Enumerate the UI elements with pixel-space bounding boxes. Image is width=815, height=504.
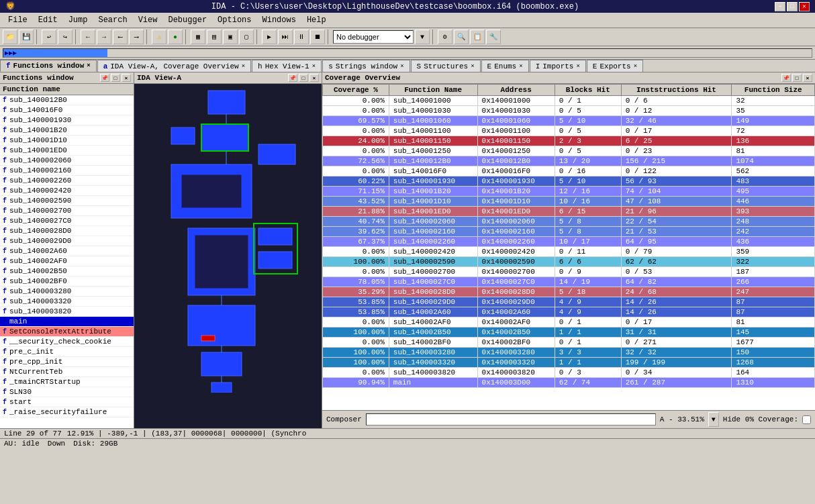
- func-list-item[interactable]: fpre_c_init: [0, 347, 134, 357]
- func-list-item[interactable]: fsub_14000027C0: [0, 216, 134, 226]
- func-list-item[interactable]: fsub_140002B50: [0, 266, 134, 276]
- table-row[interactable]: 53.85%sub_14000029D00x14000029D04 / 914 …: [323, 297, 815, 307]
- func-list-item[interactable]: fpre_cpp_init: [0, 357, 134, 367]
- func-list-item[interactable]: fsub_1400012B0: [0, 95, 134, 105]
- tb-save[interactable]: 💾: [19, 30, 34, 44]
- func-list-item[interactable]: fmain: [0, 317, 134, 327]
- table-row[interactable]: 0.00%sub_1400010000x1400010000 / 10 / 63…: [323, 96, 815, 106]
- tb-debug-dropdown[interactable]: ▼: [415, 30, 430, 44]
- table-row[interactable]: 0.00%sub_14000024200x14000024200 / 110 /…: [323, 247, 815, 257]
- func-list-item[interactable]: f_raise_securityfailure: [0, 407, 134, 417]
- tb-warning[interactable]: ⚠: [152, 30, 166, 44]
- table-row[interactable]: 90.94%main0x140003D0062 / 74261 / 287131…: [323, 378, 815, 388]
- func-list-item[interactable]: fNtCurrentTeb: [0, 367, 134, 377]
- func-list-item[interactable]: fsub_140016F0: [0, 105, 134, 115]
- tb-b4[interactable]: ▢: [239, 30, 254, 44]
- menu-windows[interactable]: Windows: [257, 14, 301, 26]
- func-list-item[interactable]: fsub_1400003280: [0, 287, 134, 297]
- tab-close-imports[interactable]: ×: [576, 63, 579, 70]
- menu-edit[interactable]: Edit: [33, 14, 63, 26]
- coverage-table-container[interactable]: Coverage % Function Name Address Blocks …: [322, 84, 815, 410]
- func-list-item[interactable]: fsub_1400001930: [0, 115, 134, 125]
- table-row[interactable]: 35.29%sub_14000028D00x14000028D05 / 1824…: [323, 287, 815, 297]
- tb-back[interactable]: ←: [81, 30, 95, 44]
- tab-imports[interactable]: I Imports ×: [530, 60, 586, 72]
- tab-functions-window[interactable]: f Functions window ×: [0, 60, 97, 72]
- coverage-dropdown[interactable]: ▼: [708, 412, 719, 427]
- table-row[interactable]: 0.00%sub_1400011000x1400011000 / 50 / 17…: [323, 126, 815, 136]
- tb-pause[interactable]: ⏸: [294, 30, 309, 44]
- tb-b1[interactable]: ▦: [191, 30, 205, 44]
- func-list-item[interactable]: fsub_140001ED0: [0, 146, 134, 156]
- col-function-size[interactable]: Function Size: [732, 85, 815, 96]
- table-row[interactable]: 0.00%sub_14000027000x14000027000 / 90 / …: [323, 267, 815, 277]
- table-row[interactable]: 0.00%sub_140002BF00x140002BF00 / 10 / 27…: [323, 338, 815, 348]
- tb-open[interactable]: 📁: [3, 30, 17, 44]
- table-row[interactable]: 67.37%sub_14000022600x140000226010 / 176…: [323, 237, 815, 247]
- menu-options[interactable]: Options: [212, 14, 256, 26]
- table-row[interactable]: 100.00%sub_140002B500x140002B501 / 131 /…: [323, 327, 815, 338]
- func-list-item[interactable]: fsub_14000029D0: [0, 236, 134, 246]
- table-row[interactable]: 0.00%sub_1400012500x1400012500 / 50 / 23…: [323, 146, 815, 156]
- col-function-name[interactable]: Function Name: [389, 85, 477, 96]
- table-row[interactable]: 100.00%sub_14000025900x14000025906 / 662…: [323, 257, 815, 267]
- menu-help[interactable]: Help: [301, 14, 332, 26]
- menu-search[interactable]: Search: [93, 14, 132, 26]
- coverage-float[interactable]: □: [792, 74, 802, 82]
- func-list-item[interactable]: fsub_1400002590: [0, 196, 134, 206]
- tb-run[interactable]: ●: [168, 30, 183, 44]
- menu-debugger[interactable]: Debugger: [162, 14, 212, 26]
- table-row[interactable]: 40.74%sub_14000020600x14000020605 / 822 …: [323, 217, 815, 227]
- func-list-item[interactable]: fsub_1400003820: [0, 307, 134, 317]
- coverage-close[interactable]: ×: [803, 74, 812, 82]
- tab-hex[interactable]: h Hex View-1 ×: [252, 60, 322, 72]
- col-address[interactable]: Address: [477, 85, 555, 96]
- func-list-item[interactable]: fsub_1400003320: [0, 297, 134, 307]
- functions-close[interactable]: ×: [122, 74, 131, 82]
- tb-redo[interactable]: ↪: [58, 30, 73, 44]
- col-instructions-hit[interactable]: Inststructions Hit: [621, 85, 732, 96]
- table-row[interactable]: 60.22%sub_14000019300x14000019305 / 1056…: [323, 177, 815, 187]
- tab-close-functions[interactable]: ×: [87, 62, 90, 69]
- table-row[interactable]: 0.00%sub_14000038200x14000038200 / 30 / …: [323, 368, 815, 378]
- ida-canvas[interactable]: [134, 84, 322, 428]
- ida-float[interactable]: □: [299, 74, 308, 82]
- tb-c2[interactable]: 🔍: [454, 30, 469, 44]
- func-list-item[interactable]: fsub_1400002260: [0, 176, 134, 186]
- table-row[interactable]: 43.52%sub_140001D100x140001D1010 / 1647 …: [323, 197, 815, 207]
- func-list-item[interactable]: fsub_140002A60: [0, 246, 134, 256]
- table-row[interactable]: 0.00%sub_140016F00x1400016F00 / 160 / 12…: [323, 166, 815, 177]
- table-row[interactable]: 0.00%sub_140002AF00x140002AF00 / 10 / 17…: [323, 317, 815, 327]
- maximize-button[interactable]: □: [787, 2, 798, 11]
- func-list-item[interactable]: fsub_140002BF0: [0, 276, 134, 287]
- func-list-item[interactable]: fsub_1400002160: [0, 166, 134, 176]
- tb-c4[interactable]: 🔧: [486, 30, 501, 44]
- func-list-item[interactable]: fsub_1400002700: [0, 206, 134, 216]
- tb-step[interactable]: ▶: [262, 30, 277, 44]
- table-row[interactable]: 24.00%sub_1400011500x1400011502 / 36 / 2…: [323, 136, 815, 146]
- tab-strings[interactable]: s Strings window ×: [322, 60, 410, 72]
- col-blocks-hit[interactable]: Blocks Hit: [555, 85, 621, 96]
- tb-fwd[interactable]: →: [97, 30, 111, 44]
- tb-c3[interactable]: 📋: [470, 30, 485, 44]
- tab-exports[interactable]: E Exports ×: [587, 60, 643, 72]
- tab-ida-coverage[interactable]: a IDA View-A, Coverage Overview ×: [97, 60, 251, 72]
- tab-close-hex[interactable]: ×: [312, 63, 316, 70]
- tb-b3[interactable]: ▣: [223, 30, 238, 44]
- menu-file[interactable]: File: [3, 14, 33, 26]
- menu-view[interactable]: View: [133, 14, 163, 26]
- tab-structures[interactable]: S Structures ×: [411, 60, 481, 72]
- tab-close-strings[interactable]: ×: [400, 63, 403, 70]
- table-row[interactable]: 78.05%sub_14000027C00x14000027C014 / 196…: [323, 277, 815, 287]
- composer-input[interactable]: [366, 413, 656, 425]
- func-list-item[interactable]: fsub_140001D10: [0, 136, 134, 146]
- table-row[interactable]: 53.85%sub_140002A600x140002A604 / 914 / …: [323, 307, 815, 317]
- tb-back2[interactable]: ⟵: [113, 30, 128, 44]
- tab-enums[interactable]: E Enums ×: [481, 60, 529, 72]
- tb-b2[interactable]: ▤: [207, 30, 222, 44]
- coverage-pin[interactable]: 📌: [781, 74, 791, 82]
- table-row[interactable]: 39.62%sub_14000021600x14000021605 / 821 …: [323, 227, 815, 237]
- func-list-item[interactable]: fsub_140001B20: [0, 125, 134, 136]
- func-list-item[interactable]: fstart: [0, 397, 134, 407]
- tb-stepin[interactable]: ⏭: [278, 30, 293, 44]
